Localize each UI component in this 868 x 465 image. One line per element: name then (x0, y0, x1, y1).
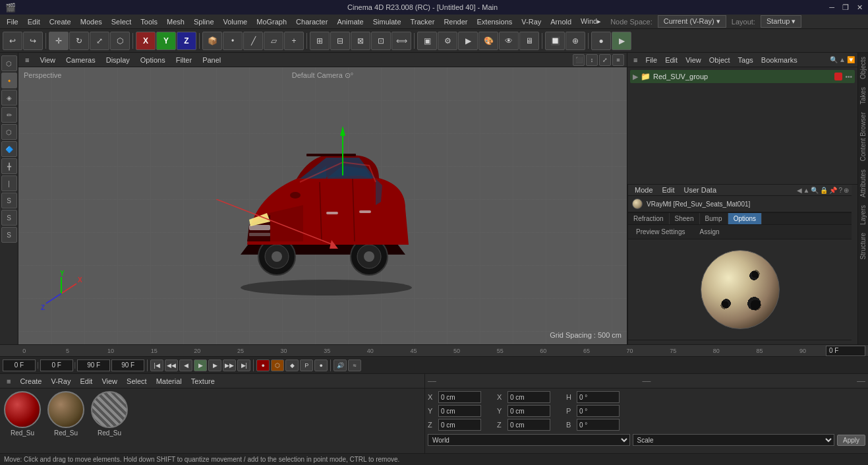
attr-up-icon[interactable]: ▲ (803, 187, 810, 194)
menu-window[interactable]: Wind▸ (577, 16, 605, 27)
next-frame-button[interactable]: ▶▶ (223, 359, 236, 371)
menu-layout-value[interactable]: Startup ▾ (761, 15, 802, 28)
mat-menu-view[interactable]: View (98, 376, 121, 387)
coord-apply-button[interactable]: Apply (837, 435, 865, 446)
polygon-mode-button[interactable]: ▱ (264, 32, 283, 50)
mat-menu-create[interactable]: Create (16, 376, 45, 387)
x-axis-button[interactable]: X (136, 32, 156, 50)
mat-menu-texture[interactable]: Texture (187, 376, 219, 387)
vp-lock-button[interactable]: ↕ (586, 54, 598, 66)
attr-menu-mode[interactable]: Mode (631, 185, 657, 195)
menu-spline[interactable]: Spline (190, 16, 218, 27)
render-settings-button[interactable]: ⚙ (438, 32, 457, 50)
menu-character[interactable]: Character (292, 16, 332, 27)
axis-button[interactable]: ╋ (1, 158, 17, 174)
mat-menu-select[interactable]: Select (123, 376, 151, 387)
om-up-icon[interactable]: ▲ (839, 56, 846, 63)
snap4-button[interactable]: ⊡ (371, 32, 391, 50)
vp-menu-display[interactable]: Display (102, 55, 134, 65)
snap3-button[interactable]: ⊠ (351, 32, 370, 50)
vtab-objects[interactable]: Objects (858, 53, 868, 83)
om-menu-object[interactable]: Object (706, 55, 734, 65)
vtab-attributes[interactable]: Attributes (858, 166, 868, 201)
attr-filter-icon[interactable]: 🔒 (820, 187, 828, 194)
scale-tool-button[interactable]: ⤢ (90, 32, 109, 50)
prev-keyframe-button[interactable]: ◀ (179, 359, 192, 371)
om-menu-hamburger[interactable]: ≡ (630, 55, 641, 65)
menu-tracker[interactable]: Tracker (407, 16, 439, 27)
attr-pin-icon[interactable]: 📌 (829, 187, 837, 194)
add-button[interactable]: + (284, 32, 304, 50)
render-region-button[interactable]: ▣ (417, 32, 437, 50)
coord-y2-input[interactable] (507, 405, 550, 417)
vp-menu-cameras[interactable]: Cameras (62, 55, 100, 65)
attr-tab-refraction[interactable]: Refraction (628, 213, 670, 224)
assign-btn[interactable]: Assign (694, 227, 724, 237)
motion-button[interactable]: ≈ (348, 359, 361, 371)
coord-x-input[interactable] (438, 391, 481, 403)
render-active-button[interactable]: ▶ (458, 32, 478, 50)
attr-tab-sheen[interactable]: Sheen (670, 213, 700, 224)
object-entry[interactable]: ▶ 📁 Red_SUV_group ••• (630, 70, 855, 83)
object-mode-button[interactable]: 📦 (202, 32, 222, 50)
attr-tab-bump[interactable]: Bump (700, 213, 728, 224)
mat-menu-vray[interactable]: V-Ray (47, 376, 74, 387)
minimize-button[interactable]: ─ (829, 3, 834, 12)
menu-node-space-value[interactable]: Current (V-Ray) ▾ (658, 15, 726, 28)
attr-help-icon[interactable]: ? (838, 187, 842, 194)
rigging-button[interactable]: 🔷 (1, 141, 17, 157)
om-menu-bookmarks[interactable]: Bookmarks (758, 55, 801, 65)
menu-mograph[interactable]: MoGraph (252, 16, 291, 27)
display-mode-button[interactable]: 🔲 (545, 32, 565, 50)
end-frame-input[interactable] (77, 359, 110, 371)
record-button[interactable]: ● (256, 359, 270, 371)
material-item-1[interactable]: Red_Su (3, 391, 42, 437)
vp-settings-button[interactable]: ≡ (612, 54, 624, 66)
om-filter-icon[interactable]: 🔽 (847, 56, 855, 63)
auto-key-button[interactable]: ⬡ (271, 359, 284, 371)
model-mode-button[interactable]: 🔸 (1, 73, 17, 88)
start-frame-input[interactable] (3, 359, 36, 371)
goto-end-button[interactable]: ▶| (237, 359, 250, 371)
play-button[interactable]: ▶ (194, 359, 207, 371)
transform-button[interactable]: ⬡ (110, 32, 130, 50)
move-tool-button[interactable]: ✛ (49, 32, 69, 50)
om-menu-edit[interactable]: Edit (662, 55, 681, 65)
end-frame-input2[interactable] (111, 359, 144, 371)
vtab-structure[interactable]: Structure (858, 229, 868, 264)
vtab-takes[interactable]: Takes (858, 83, 868, 108)
close-button[interactable]: ✕ (857, 3, 863, 12)
coord-b-input[interactable] (577, 419, 620, 431)
material-item-2[interactable]: Red_Su (46, 391, 86, 437)
goto-start-button[interactable]: |◀ (150, 359, 163, 371)
coord-z-input[interactable] (438, 419, 481, 431)
coord-p-input[interactable] (577, 405, 620, 417)
keyframe-button[interactable]: ◆ (285, 359, 299, 371)
current-frame-input[interactable] (40, 359, 73, 371)
menu-select[interactable]: Select (107, 16, 136, 27)
attr-tab-options[interactable]: Options (728, 213, 762, 224)
menu-simulate[interactable]: Simulate (369, 16, 405, 27)
texture-mode-button[interactable]: ◈ (1, 90, 17, 106)
menu-modes[interactable]: Modes (76, 16, 106, 27)
coord-y-input[interactable] (438, 405, 481, 417)
point-mode-button[interactable]: • (223, 32, 243, 50)
mat-menu-hamburger[interactable]: ≡ (3, 376, 14, 387)
menu-vray[interactable]: V-Ray (517, 16, 545, 27)
audio-button[interactable]: 🔊 (333, 359, 347, 371)
menu-arnold[interactable]: Arnold (546, 16, 575, 27)
display-filter-button[interactable]: ⊕ (565, 32, 585, 50)
ipr-button[interactable]: 👁 (499, 32, 519, 50)
preview-settings-btn[interactable]: Preview Settings (631, 227, 690, 237)
coord-world-select[interactable]: World Object (428, 434, 630, 446)
selection-tool-button[interactable]: ⬡ (1, 55, 17, 71)
menu-create[interactable]: Create (45, 16, 75, 27)
menu-mesh[interactable]: Mesh (163, 16, 188, 27)
material-item-3[interactable]: Red_Su (90, 391, 129, 437)
brush-button[interactable]: ⬡ (1, 124, 17, 140)
magnet-button[interactable]: S (1, 193, 17, 208)
om-search-icon[interactable]: 🔍 (830, 56, 838, 63)
vp-fullscreen-button[interactable]: ⤢ (599, 54, 611, 66)
om-menu-file[interactable]: File (642, 55, 660, 65)
render-to-po-button[interactable]: 🎨 (478, 32, 498, 50)
